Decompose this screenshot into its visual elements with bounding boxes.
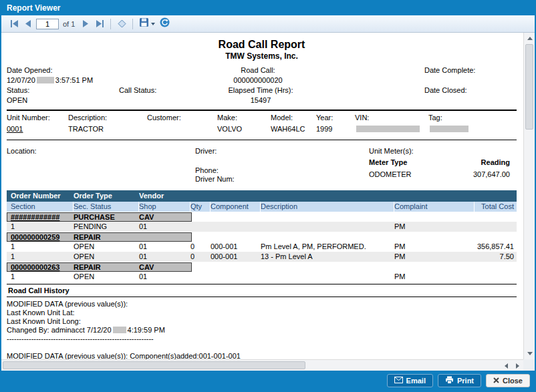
date-closed-value [314,95,517,106]
window-title: Report Viewer [1,1,535,15]
unit-section: Unit Number: Description: Customer: Make… [7,110,517,140]
year-label: Year: [316,113,355,122]
refresh-button[interactable] [158,17,171,31]
order-number-link[interactable]: 000000000259 [7,233,74,241]
phone-label: Phone: [195,166,369,175]
cell: PM [394,222,475,232]
description-label: Description: [68,113,147,122]
year-value: 1999 [316,124,355,134]
unit-number-label: Unit Number: [7,113,68,122]
cell: 1 [7,272,74,282]
order-number-link[interactable]: 000000000263 [7,263,74,271]
scroll-up-button[interactable] [524,33,535,44]
orders-header-row: Order Number Order Type Vendor [7,190,517,202]
tag-label: Tag: [428,113,517,122]
page-count-label: of 1 [63,20,75,28]
elapsed-time-value: 15497 [207,95,314,106]
vin-label: VIN: [355,113,428,122]
col-header: Total Cost [475,202,517,212]
unit-number-link[interactable]: 0001 [7,125,23,133]
order-type: REPAIR [74,263,139,271]
model-label: Model: [271,113,316,122]
cell: 13 - Pm Level A [261,252,394,262]
cell: OPEN [74,272,139,282]
col-header: Description [261,202,394,212]
email-button[interactable]: Email [387,374,433,387]
email-icon [394,377,403,385]
scroll-left-button[interactable] [501,360,512,371]
scroll-down-button[interactable] [524,348,535,359]
cell: PM [394,272,475,282]
table-row: 1 OPEN 01 0 000-001 13 - Pm Level A PM 7… [7,252,517,262]
cell: Pm Level A, PM, PERFORMED. [261,242,394,252]
col-header: Section [7,202,74,212]
report-viewer-window: Report Viewer of 1 [0,0,536,392]
cell: PM [394,242,475,252]
history-line: Last Known Unit Lat: [7,309,517,317]
customer-label: Customer: [147,113,217,122]
call-status-label: Call Status: [119,85,207,95]
vin-value [355,124,428,134]
date-closed-label: Date Closed: [314,85,517,95]
last-page-button[interactable] [94,17,106,31]
redaction-block [430,126,468,132]
footer-bar: Email Print Close [1,371,535,391]
first-page-button[interactable] [8,17,20,31]
table-row: 1 PENDING 01 PM [7,222,517,232]
cell: 000-001 [211,242,261,252]
road-call-label: Road Call: [175,65,341,75]
col-header: Qty [190,202,211,212]
col-header: Component [211,202,261,212]
next-page-button[interactable] [80,17,92,31]
cell: 1 [7,222,74,232]
order-group-box: ############ PURCHASE CAV [7,212,192,222]
col-header: Vendor [139,190,517,202]
order-row: ############ PURCHASE CAV [7,212,517,222]
table-row: 1 OPEN 01 0 000-001 Pm Level A, PM, PERF… [7,242,517,252]
cell: 01 [139,272,190,282]
date-opened-label: Date Opened: [7,65,175,75]
col-header: Complaint [394,202,475,212]
status-label: Status: [7,85,119,95]
order-number-link[interactable]: ############ [7,213,74,221]
vertical-scrollbar-thumb[interactable] [525,44,533,130]
print-button[interactable]: Print [438,374,481,387]
vertical-scrollbar[interactable] [523,33,535,359]
export-save-button[interactable] [138,17,156,31]
redaction-block [37,77,54,83]
col-header: Order Type [74,190,139,202]
cell: 0 [190,242,211,252]
table-row: 1 OPEN 01 PM [7,272,517,282]
report-viewer-area: Road Call Report TMW Systems, Inc. Date … [1,33,535,371]
cell: 01 [139,252,190,262]
close-button[interactable]: Close [486,374,530,387]
toolbar: of 1 [1,15,535,33]
order-row: 000000000263 REPAIR CAV [7,262,517,272]
report-title: Road Call Report [7,38,517,51]
scroll-right-button[interactable] [512,360,523,371]
call-status-value [119,95,207,106]
order-vendor: CAV [139,263,191,271]
sections-header-row: Section Sec. Status Shop Qty Component D… [7,202,517,212]
cell: 1 [7,242,74,252]
cell: PENDING [74,222,139,232]
prev-page-button[interactable] [22,17,34,31]
date-complete-label: Date Complete: [341,65,517,75]
driver-num-label: Driver Num: [195,175,369,184]
cell: 01 [139,242,190,252]
save-icon [139,17,150,30]
cell: 356,857.41 [475,242,517,252]
cell: OPEN [74,252,139,262]
navigate-parent-button[interactable] [116,17,128,31]
page-number-input[interactable] [36,19,59,29]
cell: 01 [139,222,190,232]
order-group-box: 000000000263 REPAIR CAV [7,262,192,272]
make-value: VOLVO [217,124,271,134]
orders-table: Order Number Order Type Vendor Section S… [7,190,517,282]
order-row: 000000000259 REPAIR [7,232,517,242]
cell: 7.50 [475,252,517,262]
horizontal-scrollbar-thumb[interactable] [3,361,305,369]
toolbar-separator [110,19,111,29]
date-opened-value: 12/07/203:57:51 PM [7,75,175,85]
horizontal-scrollbar[interactable] [1,359,523,371]
